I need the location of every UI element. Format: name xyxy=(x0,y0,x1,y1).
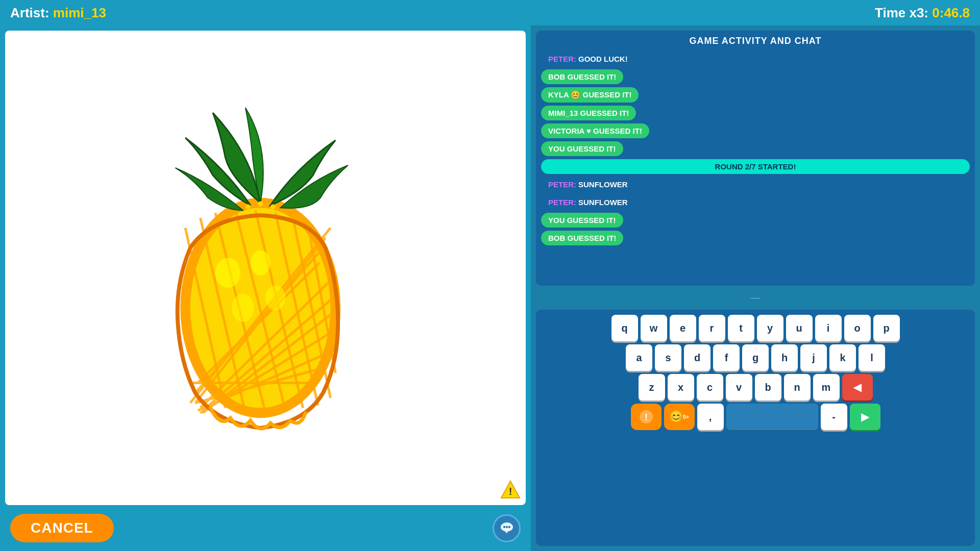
key-hyphen[interactable]: - xyxy=(821,404,847,430)
svg-text:!: ! xyxy=(509,486,512,497)
artist-label-text: Artist: xyxy=(10,5,50,20)
key-t[interactable]: t xyxy=(728,315,754,341)
chat-message-8: PETER: SUNFLOWER xyxy=(541,177,635,192)
chat-msg-name-9: PETER: xyxy=(548,198,576,207)
chat-msg-text-9: SUNFLOWER xyxy=(578,198,628,207)
key-q[interactable]: q xyxy=(611,315,638,341)
chat-title: GAME ACTIVITY AND CHAT xyxy=(541,36,970,46)
top-bar: Artist: mimi_13 Time x3: 0:46.8 xyxy=(0,0,980,26)
key-d[interactable]: d xyxy=(684,344,710,371)
chat-message-7: ROUND 2/7 STARTED! xyxy=(541,159,970,174)
timer-display: Time x3: 0:46.8 xyxy=(875,5,970,21)
chat-msg-text-5: VICTORIA ♥ GUESSED IT! xyxy=(548,127,642,135)
key-a[interactable]: a xyxy=(626,344,652,371)
svg-text:!: ! xyxy=(645,412,648,422)
key-j[interactable]: j xyxy=(800,344,827,371)
key-g[interactable]: g xyxy=(742,344,769,371)
right-panel: GAME ACTIVITY AND CHAT PETER: GOOD LUCK!… xyxy=(531,26,980,551)
chat-msg-name-8: PETER: xyxy=(548,180,576,189)
svg-point-25 xyxy=(246,204,251,209)
svg-point-23 xyxy=(232,294,254,322)
chat-message-10: YOU GUESSED IT! xyxy=(541,213,623,228)
key-n[interactable]: n xyxy=(784,374,811,400)
svg-point-22 xyxy=(251,251,271,276)
chat-bubble-button[interactable] xyxy=(493,514,521,542)
keyboard-row-4: ! 😊 9+ , - ▶ xyxy=(541,404,970,430)
chat-message-5: VICTORIA ♥ GUESSED IT! xyxy=(541,123,649,138)
chat-message-3: KYLA 😊 GUESSED IT! xyxy=(541,87,639,103)
key-b[interactable]: b xyxy=(755,374,781,400)
exclamation-button[interactable]: ! xyxy=(631,404,662,430)
key-r[interactable]: r xyxy=(699,315,725,341)
keyboard-row-2: a s d f g h j k l xyxy=(541,344,970,371)
emoji-button[interactable]: 😊 9+ xyxy=(664,404,695,430)
artist-name: mimi_13 xyxy=(53,5,106,20)
key-h[interactable]: h xyxy=(771,344,798,371)
main-layout: ! CANCEL GAME ACTIVITY AND CHAT xyxy=(0,26,980,551)
key-f[interactable]: f xyxy=(713,344,740,371)
key-s[interactable]: s xyxy=(655,344,681,371)
backspace-button[interactable]: ◀ xyxy=(842,374,873,400)
submit-button[interactable]: ▶ xyxy=(850,404,880,430)
drawing-canvas[interactable]: ! xyxy=(5,31,526,505)
chat-section: GAME ACTIVITY AND CHAT PETER: GOOD LUCK!… xyxy=(536,31,975,286)
key-k[interactable]: k xyxy=(829,344,856,371)
scroll-indicator: — xyxy=(536,292,975,304)
cancel-button[interactable]: CANCEL xyxy=(10,514,114,542)
canvas-area: ! CANCEL xyxy=(0,26,531,551)
key-y[interactable]: y xyxy=(757,315,783,341)
chat-msg-text-8: SUNFLOWER xyxy=(578,180,628,189)
key-i[interactable]: i xyxy=(815,315,842,341)
keyboard-row-1: q w e r t y u i o p xyxy=(541,315,970,341)
chat-msg-text-7: ROUND 2/7 STARTED! xyxy=(715,162,796,171)
chat-msg-text-11: BOB GUESSED IT! xyxy=(548,234,616,242)
warning-icon: ! xyxy=(500,480,521,500)
bottom-bar: CANCEL xyxy=(0,505,531,551)
chat-message-6: YOU GUESSED IT! xyxy=(541,141,623,156)
svg-point-26 xyxy=(258,202,263,207)
chat-msg-text-4: MIMI_13 GUESSED IT! xyxy=(548,109,629,117)
chat-msg-text-1: GOOD LUCK! xyxy=(578,55,628,63)
chat-message-2: BOB GUESSED IT! xyxy=(541,69,623,84)
pineapple-svg xyxy=(5,31,526,505)
key-p[interactable]: p xyxy=(873,315,900,341)
key-comma[interactable]: , xyxy=(697,404,724,430)
artist-info: Artist: mimi_13 xyxy=(10,5,106,21)
chat-msg-text-10: YOU GUESSED IT! xyxy=(548,216,616,224)
chat-message-1: PETER: GOOD LUCK! xyxy=(541,52,635,66)
svg-marker-31 xyxy=(505,531,508,534)
chat-messages: PETER: GOOD LUCK! BOB GUESSED IT! KYLA 😊… xyxy=(541,52,970,245)
key-o[interactable]: o xyxy=(844,315,871,341)
keyboard-row-3: z x c v b n m ◀ xyxy=(541,374,970,400)
keyboard-section: q w e r t y u i o p a s d f g h j k xyxy=(536,310,975,546)
key-w[interactable]: w xyxy=(641,315,667,341)
key-u[interactable]: u xyxy=(786,315,813,341)
key-l[interactable]: l xyxy=(859,344,885,371)
svg-point-33 xyxy=(506,526,508,528)
svg-point-34 xyxy=(508,526,510,528)
svg-point-32 xyxy=(503,526,505,528)
chat-message-4: MIMI_13 GUESSED IT! xyxy=(541,106,636,120)
spacebar-button[interactable] xyxy=(726,404,818,430)
key-v[interactable]: v xyxy=(726,374,752,400)
chat-msg-name-1: PETER: xyxy=(548,55,576,63)
chat-message-9: PETER: SUNFLOWER xyxy=(541,195,635,210)
svg-point-24 xyxy=(265,285,285,310)
chat-msg-text-2: BOB GUESSED IT! xyxy=(548,72,616,81)
svg-point-21 xyxy=(215,258,240,288)
timer-value: 0:46.8 xyxy=(932,5,970,20)
key-e[interactable]: e xyxy=(670,315,696,341)
timer-label: Time x3: xyxy=(875,5,928,20)
svg-point-27 xyxy=(271,204,276,209)
key-m[interactable]: m xyxy=(813,374,840,400)
chat-msg-text-6: YOU GUESSED IT! xyxy=(548,144,616,153)
key-c[interactable]: c xyxy=(697,374,723,400)
chat-msg-text-3: KYLA 😊 GUESSED IT! xyxy=(548,90,631,99)
key-z[interactable]: z xyxy=(639,374,665,400)
key-x[interactable]: x xyxy=(668,374,694,400)
chat-message-11: BOB GUESSED IT! xyxy=(541,231,623,245)
